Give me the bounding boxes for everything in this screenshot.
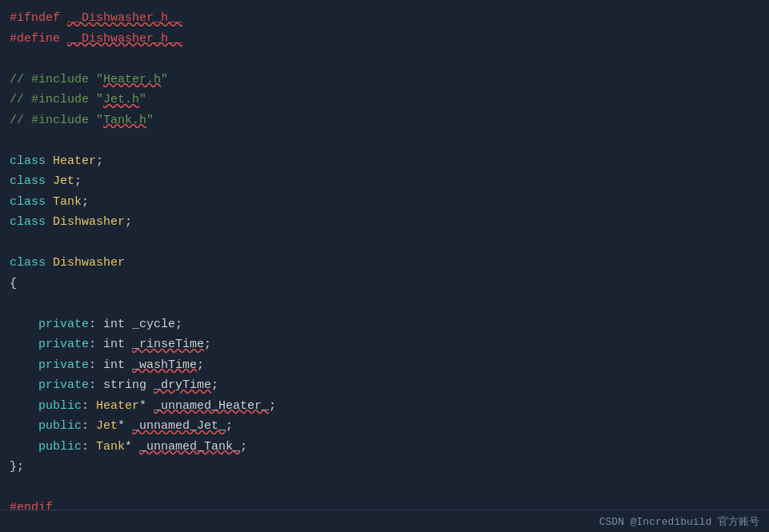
preprocessor-define: #define [10,32,67,46]
comment-include-tank: // #include " [10,114,103,127]
keyword-private-3: private [38,358,89,372]
member-washtime: _washTime [132,358,197,372]
classname-tank-fwd: Tank [53,195,82,209]
keyword-public-2: public [38,419,82,433]
open-brace: { [10,277,17,290]
member-unnamed-jet: _unnamed_Jet_ [132,419,226,433]
member-jet-pre: : [82,419,96,433]
comment-include-jet-end: " [139,93,146,106]
member-heater-end: ; [269,399,276,413]
indent-2 [10,338,38,351]
code-line-17: private: int _rinseTime; [10,334,759,355]
member-washtime-pre: : int [89,358,132,372]
indent-5 [10,399,38,413]
keyword-private-2: private [38,338,89,351]
code-editor: #ifndef __Dishwasher_h__ #define __Dishw… [0,0,769,532]
code-line-23: }; [10,457,759,478]
keyword-public-1: public [38,399,82,413]
code-line-4: // #include "Heater.h" [10,70,759,90]
comment-include-heater-end: " [161,73,168,86]
code-line-9: class Jet; [10,171,759,192]
keyword-public-3: public [38,440,82,454]
code-line-13: class Dishwasher [10,253,759,274]
member-jet-end: ; [226,419,233,433]
classname-dishwasher-fwd: Dishwasher [53,215,125,229]
semicolon-2: ; [74,174,82,188]
include-heater-file: Heater.h [103,73,161,86]
code-line-11: class Dishwasher; [10,212,759,233]
footer-bar: CSDN @Incredibuild 官方账号 [0,510,769,532]
indent-7 [10,440,38,454]
semicolon-4: ; [125,215,132,229]
footer-text: CSDN @Incredibuild 官方账号 [599,514,759,529]
code-line-18: private: int _washTime; [10,355,759,376]
code-line-14: { [10,274,759,294]
type-heater: Heater [96,399,139,413]
code-line-1: #ifndef __Dishwasher_h__ [10,8,759,29]
close-brace-semi: }; [10,460,24,474]
include-tank-file: Tank.h [103,114,146,127]
member-unnamed-heater: _unnamed_Heater_ [154,399,269,413]
classname-dishwasher-def: Dishwasher [53,256,125,270]
keyword-class-1: class [10,154,53,168]
empty-line-3 [10,233,759,254]
semicolon-1: ; [96,154,103,168]
keyword-class-2: class [10,174,53,188]
member-washtime-end: ; [197,358,204,372]
empty-line-1 [10,49,759,70]
member-tank-end: ; [240,440,247,454]
macro-name-1: __Dishwasher_h__ [67,11,182,25]
member-drytime-end: ; [211,378,218,392]
include-jet-file: Jet.h [103,93,139,106]
member-tank-pre: : [82,440,96,454]
keyword-class-def: class [10,256,53,270]
indent-3 [10,358,38,372]
keyword-class-3: class [10,195,53,209]
ptr-heater: * [139,399,154,413]
member-cycle: : int _cycle; [89,318,182,331]
comment-include-heater: // #include " [10,73,103,86]
preprocessor-ifndef: #ifndef [10,11,67,25]
keyword-private-4: private [38,378,89,392]
member-heater-pre: : [82,399,96,413]
member-drytime: _dryTime [154,378,211,392]
classname-jet-fwd: Jet [53,174,74,188]
classname-heater-fwd: Heater [53,154,96,168]
empty-line-5 [10,478,759,498]
semicolon-3: ; [82,195,89,209]
type-tank: Tank [96,440,125,454]
code-line-10: class Tank; [10,192,759,213]
code-line-8: class Heater; [10,151,759,172]
code-line-16: private: int _cycle; [10,314,759,335]
comment-include-jet: // #include " [10,93,103,106]
member-rinsetime: _rinseTime [132,338,204,351]
code-line-20: public: Heater* _unnamed_Heater_; [10,396,759,417]
code-line-19: private: string _dryTime; [10,375,759,396]
code-line-22: public: Tank* _unnamed_Tank_; [10,437,759,458]
keyword-class-4: class [10,215,53,229]
type-jet: Jet [96,419,118,433]
empty-line-4 [10,294,759,314]
code-line-6: // #include "Tank.h" [10,110,759,131]
ptr-tank: * [125,440,139,454]
member-rinsetime-end: ; [204,338,211,351]
code-line-2: #define __Dishwasher_h__ [10,29,759,50]
code-line-5: // #include "Jet.h" [10,90,759,110]
ptr-jet: * [118,419,132,433]
indent-6 [10,419,38,433]
indent-4 [10,378,38,392]
comment-include-tank-end: " [146,114,154,127]
member-unnamed-tank: _unnamed_Tank_ [139,440,240,454]
empty-line-2 [10,130,759,151]
keyword-private-1: private [38,318,89,331]
member-drytime-pre: : string [89,378,154,392]
member-rinsetime-pre: : int [89,338,132,351]
indent-1 [10,318,38,331]
macro-name-2: __Dishwasher_h__ [67,32,182,46]
code-line-21: public: Jet* _unnamed_Jet_; [10,416,759,437]
